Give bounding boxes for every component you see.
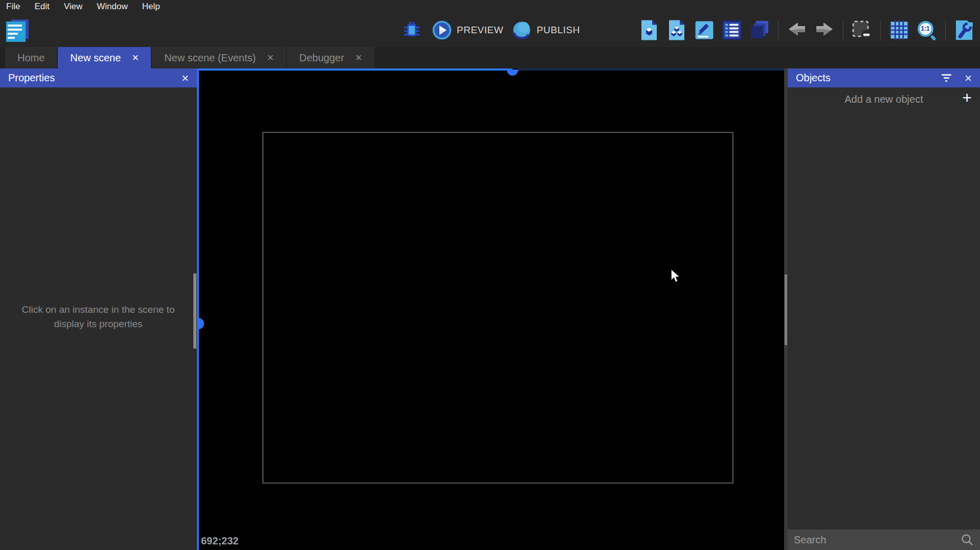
left-scrollbar-thumb[interactable] <box>193 273 196 349</box>
toolbar-center-group: PREVIEW PUBLISH <box>400 13 580 47</box>
mask-selection-icon <box>851 19 873 41</box>
logo-line <box>8 29 22 31</box>
gdevelop-window: File Edit View Window Help <box>0 0 980 550</box>
canvas-top-scrollbar-handle[interactable] <box>507 70 518 76</box>
tab-home[interactable]: Home <box>5 47 57 68</box>
zoom-1-1-icon: 1:1 <box>918 21 937 40</box>
zoom-original-button[interactable]: 1:1 <box>915 18 939 42</box>
undo-button[interactable] <box>785 18 809 42</box>
publish-label: PUBLISH <box>537 25 580 36</box>
menu-file[interactable]: File <box>6 2 20 12</box>
main-area: Properties × Click on an instance in the… <box>0 68 980 550</box>
layers-icon <box>749 20 770 40</box>
menu-bar: File Edit View Window Help <box>0 0 980 13</box>
toggle-grid-icon[interactable] <box>887 18 911 42</box>
publish-button[interactable]: PUBLISH <box>511 20 580 40</box>
toolbar-separator <box>880 21 881 39</box>
globe-icon <box>511 20 532 40</box>
canvas-top-scrollbar[interactable] <box>197 68 513 71</box>
add-object-label: Add a new object <box>844 94 923 105</box>
objects-panel: Objects × Add a new object + <box>788 68 980 550</box>
doc-cube-icon <box>640 19 658 41</box>
mouse-cursor <box>670 269 681 285</box>
redo-arrow-icon <box>813 20 836 40</box>
canvas-left-scrollbar[interactable] <box>197 68 199 550</box>
scene-window-frame <box>262 132 733 484</box>
scene-editor-canvas[interactable]: 692;232 <box>197 68 784 550</box>
tab-new-scene[interactable]: New scene × <box>58 47 151 68</box>
bug-icon <box>403 20 421 40</box>
plus-icon[interactable]: + <box>962 89 972 106</box>
menu-window[interactable]: Window <box>97 2 127 12</box>
objects-panel-header: Objects × <box>788 68 980 87</box>
toolbar-right-group: 1:1 <box>637 13 976 47</box>
filter-icon[interactable] <box>942 74 951 82</box>
preview-label: PREVIEW <box>457 25 503 36</box>
menu-edit[interactable]: Edit <box>34 2 49 12</box>
toolbar-separator <box>843 21 843 39</box>
undo-arrow-icon <box>786 20 808 40</box>
filter-bar <box>945 80 947 82</box>
filter-bar <box>942 74 951 76</box>
cursor-coordinates: 692;232 <box>201 535 238 547</box>
preview-button[interactable]: PREVIEW <box>432 20 503 40</box>
menu-view[interactable]: View <box>64 2 83 12</box>
grid-icon <box>888 19 910 41</box>
project-manager-icon[interactable] <box>5 18 30 43</box>
canvas-top-scrollbar-track[interactable] <box>518 68 784 71</box>
play-icon <box>432 20 452 40</box>
editor-tab-bar: Home New scene × New scene (Events) × De… <box>0 47 980 68</box>
redo-button[interactable] <box>813 18 836 42</box>
logo-line <box>8 37 15 39</box>
close-icon[interactable]: × <box>182 72 189 84</box>
properties-panel: Properties × Click on an instance in the… <box>0 68 197 550</box>
tab-new-scene-events[interactable]: New scene (Events) × <box>152 47 286 68</box>
objects-panel-title: Objects <box>796 72 942 84</box>
tab-close-icon[interactable]: × <box>132 52 139 63</box>
tab-label: New scene (Events) <box>164 52 256 64</box>
properties-panel-header: Properties × <box>0 68 197 87</box>
open-instances-list-icon[interactable] <box>720 18 744 42</box>
open-objects-panel-icon[interactable] <box>637 18 661 42</box>
tab-label: Debugger <box>299 52 344 64</box>
search-input[interactable] <box>794 534 961 546</box>
tab-label: New scene <box>70 52 121 64</box>
tab-label: Home <box>17 52 44 64</box>
objects-search-bar <box>788 530 980 550</box>
add-new-object-button[interactable]: Add a new object + <box>788 87 980 111</box>
zoom-badge: 1:1 <box>921 25 929 32</box>
close-icon[interactable]: × <box>965 72 972 84</box>
canvas-left-scrollbar-handle[interactable] <box>198 318 204 329</box>
toolbar-separator <box>945 21 946 39</box>
pencil-square-icon <box>695 20 714 40</box>
tab-debugger[interactable]: Debugger × <box>287 47 374 68</box>
properties-empty-message: Click on an instance in the scene to dis… <box>21 303 175 331</box>
toggle-mask-icon[interactable] <box>850 18 874 42</box>
edit-scene-properties-icon[interactable] <box>693 18 716 42</box>
tab-close-icon[interactable]: × <box>355 52 362 63</box>
open-layers-icon[interactable] <box>748 18 771 42</box>
editor-settings-icon[interactable] <box>952 18 976 42</box>
right-scrollbar-thumb[interactable] <box>785 274 787 345</box>
properties-panel-title: Properties <box>8 72 182 84</box>
debug-icon[interactable] <box>400 18 424 42</box>
instances-list-icon <box>722 20 742 40</box>
search-icon[interactable] <box>961 533 974 546</box>
logo-line <box>8 33 18 35</box>
wrench-page-icon <box>954 19 974 41</box>
loupe-glass: 1:1 <box>918 21 933 37</box>
doc-cubes-icon <box>667 19 686 41</box>
menu-help[interactable]: Help <box>142 2 160 12</box>
loupe-handle <box>930 34 936 40</box>
main-toolbar: PREVIEW PUBLISH <box>0 13 980 47</box>
open-object-groups-icon[interactable] <box>665 18 688 42</box>
logo-line <box>8 25 22 27</box>
filter-bar <box>944 77 949 79</box>
tab-close-icon[interactable]: × <box>267 52 274 63</box>
toolbar-separator <box>778 21 778 39</box>
